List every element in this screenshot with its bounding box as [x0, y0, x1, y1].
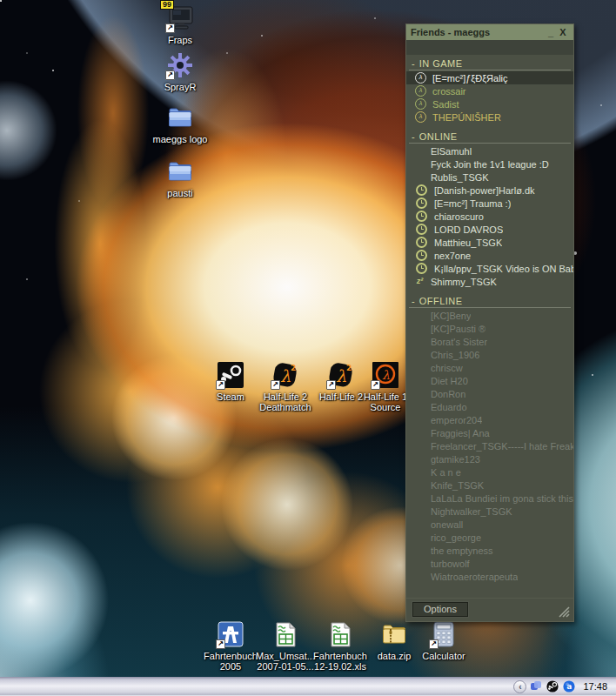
friend-name: Fraggies| Ana — [431, 428, 490, 438]
friend-row[interactable]: λ[E=mc²]ƒξÐξЯaliç — [406, 71, 573, 84]
friend-row[interactable]: Chris_1906 — [406, 348, 573, 361]
away-clock-icon — [416, 250, 427, 261]
friend-row[interactable]: Diet H20 — [406, 374, 573, 387]
section-header-online[interactable]: -ONLINE — [409, 131, 571, 144]
friend-row[interactable]: ElSamuhl — [406, 144, 573, 157]
friend-row[interactable]: chiaroscuro — [406, 210, 573, 223]
desktop-icon-fraps[interactable]: 99 ↗ Fraps — [148, 3, 212, 45]
folder-icon — [165, 103, 195, 132]
friend-row[interactable]: Eduardo — [406, 400, 573, 413]
folder-icon — [165, 157, 195, 186]
away-clock-icon — [416, 184, 427, 196]
friend-row[interactable]: Knife_TSGK — [406, 478, 573, 492]
friend-row[interactable]: gtamike123 — [406, 452, 573, 465]
friends-window: Friends - maeggs _ X -IN GAMEλ[E=mc²]ƒξÐ… — [405, 23, 574, 622]
no-status-icon — [414, 440, 425, 452]
friend-row[interactable]: rico_george — [406, 531, 573, 544]
friend-row[interactable]: emperor204 — [406, 413, 573, 426]
no-status-icon — [414, 145, 425, 157]
desktop-icon-pausti[interactable]: pausti — [148, 157, 212, 198]
friend-row[interactable]: λcrossair — [406, 84, 573, 97]
friend-row[interactable]: λTHEPÚNIŠHER — [406, 110, 573, 124]
friend-row[interactable]: [KC]Pausti ® — [406, 322, 573, 335]
friend-row[interactable]: the emptyness — [406, 544, 573, 557]
screen: 99 ↗ Fraps — [0, 0, 616, 696]
snooze-icon: z² — [414, 276, 425, 287]
friend-name: chriscw — [431, 363, 463, 373]
steam-logo-icon: ↗ — [216, 360, 245, 390]
no-status-icon — [414, 171, 425, 183]
friend-row[interactable]: Fyck Join the 1v1 league :D — [406, 157, 573, 171]
options-button[interactable]: Options — [412, 602, 468, 617]
desktop-icon-label: Fraps — [168, 35, 192, 45]
svg-text:2: 2 — [291, 364, 296, 372]
friend-row[interactable]: Borat's Sister — [406, 335, 573, 348]
system-tray: ‹ a — [513, 679, 616, 693]
away-clock-icon — [416, 224, 427, 235]
desktop-icon-hl2-deathmatch[interactable]: λ 2 ↗ Half-Life 2 Deathmatch — [253, 360, 318, 412]
friend-row[interactable]: LaLaLa Bundiei im gona stick this way, L… — [406, 492, 573, 505]
desktop-icon-calculator[interactable]: ↗ Calculator — [412, 619, 476, 661]
friend-name: Wiatroaeroterapeuta — [431, 572, 518, 582]
no-status-icon — [414, 401, 425, 412]
taskbar[interactable]: ‹ a — [0, 677, 616, 696]
antivir-tray-icon[interactable]: a — [562, 679, 576, 693]
no-status-icon — [414, 427, 425, 438]
resize-grip[interactable] — [557, 606, 570, 618]
friend-name: crossair — [432, 86, 466, 97]
hide-inactive-icons-button[interactable]: ‹ — [513, 680, 526, 693]
friend-row[interactable]: turbowolf — [406, 557, 573, 570]
in-game-icon: λ — [415, 111, 426, 123]
friend-row[interactable]: K¡lla/ppv_TSGK Video is ON Baby 4 real !… — [406, 262, 573, 275]
friend-row[interactable]: [E=mc²] Trauma :) — [406, 197, 573, 210]
friend-row[interactable]: LORD DAVROS — [406, 223, 573, 236]
messenger-icon[interactable] — [529, 679, 543, 693]
away-clock-icon — [416, 237, 427, 248]
no-status-icon — [414, 505, 425, 517]
friend-row[interactable]: [KC]Beny — [406, 309, 573, 322]
svg-text:λ: λ — [336, 366, 346, 385]
steam-tray-icon[interactable] — [546, 679, 559, 693]
minimize-button[interactable]: _ — [545, 27, 557, 37]
no-status-icon — [414, 545, 425, 556]
desktop-icon-maeggs-logo[interactable]: maeggs logo — [148, 103, 212, 144]
friend-name: [KC]Beny — [431, 311, 471, 321]
gear-icon: ↗ — [165, 50, 195, 80]
friend-row[interactable]: nex7one — [406, 249, 573, 262]
desktop-icon-sprayr[interactable]: ↗ SprayR — [148, 50, 212, 92]
section-header-offline[interactable]: -OFFLINE — [409, 296, 571, 308]
friend-name: Diet H20 — [431, 376, 468, 386]
friend-row[interactable]: DonRon — [406, 387, 573, 400]
lambda-ring-icon: λ ↗ — [371, 360, 400, 390]
friends-titlebar[interactable]: Friends - maeggs _ X — [406, 24, 573, 40]
section-header-in-game[interactable]: -IN GAME — [409, 58, 571, 70]
calculator-icon: ↗ — [429, 619, 459, 649]
friend-row[interactable]: λSadist — [406, 97, 573, 110]
lambda2-icon: λ 2 ↗ — [326, 360, 356, 390]
friend-row[interactable]: K a n e — [406, 465, 573, 478]
shortcut-arrow-icon: ↗ — [165, 23, 175, 33]
friend-row[interactable]: chriscw — [406, 361, 573, 374]
friend-row[interactable]: Freelancer_TSGK-----I hate Freaking POSE… — [406, 439, 573, 452]
friend-row[interactable]: Matthieu_TSGK — [406, 236, 573, 249]
friend-row[interactable]: z²Shimmy_TSGK — [406, 275, 573, 288]
away-clock-icon — [416, 197, 427, 209]
friend-name: DonRon — [431, 389, 465, 399]
no-status-icon — [414, 532, 425, 543]
friend-row[interactable]: onewall — [406, 518, 573, 531]
no-status-icon — [414, 414, 425, 425]
friend-row[interactable]: Nightwalker_TSGK — [406, 505, 573, 518]
no-status-icon — [414, 362, 425, 373]
friend-row[interactable]: Fraggies| Ana — [406, 426, 573, 439]
friend-row[interactable]: Rublis_TSGK — [406, 171, 573, 184]
friend-name: Borat's Sister — [431, 337, 487, 347]
friend-name: Rublis_TSGK — [431, 172, 489, 183]
close-button[interactable]: X — [557, 27, 569, 37]
friend-name: Eduardo — [431, 402, 467, 412]
no-status-icon — [414, 492, 425, 504]
desktop-icon-label: maeggs logo — [153, 134, 208, 144]
friend-row[interactable]: Wiatroaeroterapeuta — [406, 570, 573, 583]
friend-name: [KC]Pausti ® — [431, 324, 485, 334]
excel-file-icon — [271, 619, 300, 649]
friend-row[interactable]: [Danish-power]Harlø.dk — [406, 184, 573, 197]
